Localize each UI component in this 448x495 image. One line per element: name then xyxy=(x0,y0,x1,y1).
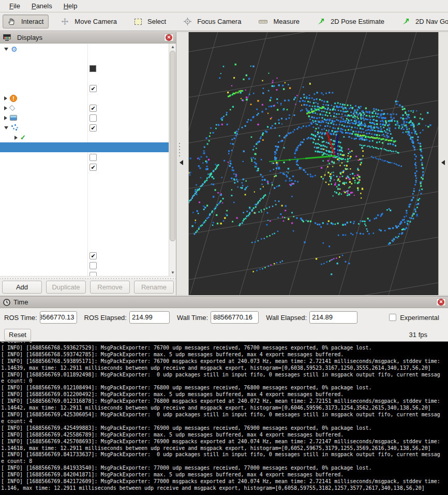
expander-down-icon[interactable] xyxy=(4,126,8,129)
displays-panel-icon xyxy=(3,34,11,41)
property-checkbox[interactable]: ✔ xyxy=(89,85,97,92)
displays-tree-scrollbar[interactable]: ▲ ▼ xyxy=(169,43,176,276)
log-line: [ INFO] [1688566769.841933540]: MsgPackE… xyxy=(1,465,440,472)
log-line: [ INFO] [1688566768.593742785]: MsgPackE… xyxy=(1,352,440,358)
log-line: [ INFO] [1688566769.425708693]: MsgPackE… xyxy=(1,439,440,445)
menu-help[interactable]: Help xyxy=(58,1,83,11)
displays-panel-title: Displays xyxy=(17,34,164,41)
tree-row-color-transfor[interactable] xyxy=(0,221,169,231)
tool-2d-nav-goal[interactable]: 2D Nav Goal xyxy=(397,14,448,28)
tree-row-background-color[interactable] xyxy=(0,64,169,74)
menu-panels[interactable]: Panels xyxy=(26,1,57,11)
move-camera-icon xyxy=(61,18,69,25)
add-button[interactable]: Add xyxy=(2,281,42,294)
displays-tree: ⚙✔!✔✔✓✔✔ xyxy=(0,44,169,276)
tree-row-grid[interactable]: ✔ xyxy=(0,103,169,113)
select-box-icon xyxy=(135,19,142,25)
tree-row-global-options[interactable]: ⚙ xyxy=(0,44,169,54)
tree-row-frame-rate[interactable] xyxy=(0,74,169,83)
tree-row-decay-time[interactable] xyxy=(0,201,169,211)
color-swatch xyxy=(89,65,96,72)
tree-row-global-status[interactable]: ! xyxy=(0,93,169,103)
tool-measure[interactable]: Measure xyxy=(253,14,305,28)
tree-row-image[interactable] xyxy=(0,113,169,123)
tree-row-size-pixels[interactable] xyxy=(0,182,169,192)
tree-row-use-rainbow[interactable]: ✔ xyxy=(0,251,169,260)
time-field-input[interactable]: 88566770.13 xyxy=(40,311,77,324)
log-line: e count: 4 xyxy=(1,418,440,425)
log-line: e count: 0 xyxy=(1,378,440,385)
log-line: 1.14642, max time: 12.2911 milliseconds … xyxy=(1,405,440,412)
tree-row-pointcloud2[interactable]: ✔ xyxy=(0,123,169,133)
tool-focus-camera[interactable]: Focus Camera xyxy=(178,14,246,28)
tree-row-channel-name[interactable] xyxy=(0,241,169,251)
time-panel-header: Time ✕ xyxy=(0,297,448,308)
gear-icon: ⚙ xyxy=(11,46,18,53)
experimental-option: Experimental xyxy=(389,314,444,322)
time-field-input[interactable]: 88566770.16 xyxy=(211,311,259,324)
ruler-icon xyxy=(259,19,267,24)
expander-right-icon[interactable] xyxy=(4,96,7,100)
green-arrow-icon xyxy=(402,18,410,25)
property-checkbox[interactable]: ✔ xyxy=(89,252,97,259)
right-splitter[interactable] xyxy=(438,32,448,295)
tool-2d-pose-estimate[interactable]: 2D Pose Estimate xyxy=(312,14,390,28)
green-arrow-icon xyxy=(317,18,325,25)
log-line: [ INFO] [1688566769.841733637]: MsgPackE… xyxy=(1,452,440,458)
property-checkbox[interactable] xyxy=(89,262,97,269)
tree-row-invert-rainbow[interactable] xyxy=(0,260,169,270)
tree-row-selectable[interactable]: ✔ xyxy=(0,162,169,172)
tree-row-style[interactable] xyxy=(0,172,169,182)
time-close-button[interactable]: ✕ xyxy=(436,298,446,306)
displays-close-button[interactable]: ✕ xyxy=(164,34,174,41)
pointcloud-icon xyxy=(11,124,18,131)
time-field-input[interactable]: 214.99 xyxy=(129,311,170,324)
scroll-down-icon[interactable]: ▼ xyxy=(169,269,176,276)
scroll-up-icon[interactable]: ▲ xyxy=(169,43,176,50)
terminal-log[interactable]: e count: 0[ INFO] [1688566768.593627529]… xyxy=(0,342,448,495)
experimental-checkbox[interactable] xyxy=(389,314,396,321)
tool-select[interactable]: Select xyxy=(129,14,171,28)
scrollbar-thumb[interactable] xyxy=(170,51,175,241)
remove-button[interactable]: Remove xyxy=(90,281,130,294)
left-splitter[interactable] xyxy=(176,32,189,295)
menu-file[interactable]: File xyxy=(4,1,25,11)
property-checkbox[interactable]: ✔ xyxy=(89,124,97,132)
tree-row-partial[interactable] xyxy=(0,270,169,276)
close-icon: ✕ xyxy=(166,34,172,41)
displays-panel-header: Displays ✕ xyxy=(0,32,176,43)
log-line: 1.14618, max time: 12.2911 milliseconds … xyxy=(1,445,440,452)
time-field-input[interactable]: 214.89 xyxy=(309,311,357,324)
tree-row-fixed-frame[interactable] xyxy=(0,54,169,64)
property-checkbox[interactable]: ✔ xyxy=(89,105,97,112)
expander-down-icon[interactable] xyxy=(4,48,8,51)
time-panel-title: Time xyxy=(13,298,436,306)
property-checkbox[interactable] xyxy=(89,272,97,276)
render-view[interactable] xyxy=(189,32,438,295)
log-line: [ INFO] [1688566769.842172609]: MsgPackE… xyxy=(1,478,440,485)
duplicate-button[interactable]: Duplicate xyxy=(46,281,86,294)
log-line: 1.14639, max time: 12.2911 milliseconds … xyxy=(1,365,440,372)
log-line: [ INFO] [1688566768.593627529]: MsgPackE… xyxy=(1,345,440,352)
tool-move-camera[interactable]: Move Camera xyxy=(56,14,122,28)
property-checkbox[interactable]: ✔ xyxy=(89,164,97,171)
collapse-right-icon[interactable] xyxy=(441,160,445,165)
rename-button[interactable]: Rename xyxy=(134,281,174,294)
reset-button[interactable]: Reset xyxy=(4,329,31,341)
tool-interact[interactable]: Interact xyxy=(3,14,49,28)
property-checkbox[interactable] xyxy=(89,114,97,122)
image-icon xyxy=(10,115,17,121)
tree-row-topic[interactable] xyxy=(0,142,169,152)
tree-row-status-ok[interactable]: ✓ xyxy=(0,133,169,142)
tree-row-unreliable[interactable] xyxy=(0,152,169,162)
tree-row-position-transf[interactable] xyxy=(0,211,169,221)
expander-right-icon[interactable] xyxy=(4,106,7,110)
expander-right-icon[interactable] xyxy=(4,116,7,120)
tree-row-alpha[interactable] xyxy=(0,192,169,201)
collapse-left-icon[interactable] xyxy=(180,160,183,165)
expander-right-icon[interactable] xyxy=(14,136,18,140)
tree-row-queue-size[interactable] xyxy=(0,231,169,241)
grid-icon xyxy=(10,106,14,110)
tree-row-default-light[interactable]: ✔ xyxy=(0,83,169,93)
property-checkbox[interactable] xyxy=(89,154,97,161)
